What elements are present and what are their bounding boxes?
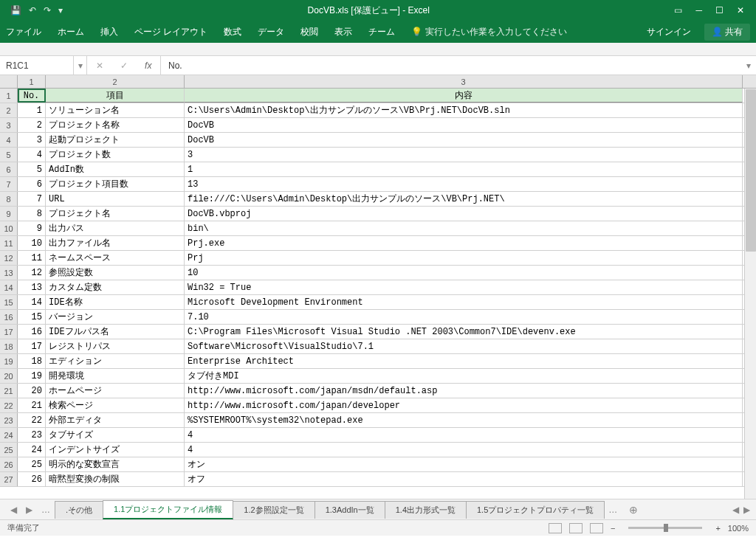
row-header[interactable]: 5 [0, 148, 18, 162]
cell-no[interactable]: 24 [18, 443, 46, 457]
cell-content[interactable]: DocVB.vbproj [185, 207, 743, 221]
row-header[interactable]: 16 [0, 310, 18, 324]
hscroll-right-icon[interactable]: ▶ [743, 505, 750, 515]
cell-content[interactable]: http://www.microsoft.com/japan/msdn/defa… [185, 384, 743, 398]
cell-item[interactable]: 暗黙型変換の制限 [46, 472, 185, 486]
cell-no[interactable]: 25 [18, 457, 46, 471]
cell-item[interactable]: バージョン [46, 310, 185, 324]
minimize-icon[interactable]: ─ [695, 5, 702, 15]
row-header[interactable]: 2 [0, 103, 18, 117]
tab-page-layout[interactable]: ページ レイアウト [134, 26, 207, 38]
tab-nav-prev-icon[interactable]: ◀ [6, 505, 21, 515]
row-header[interactable]: 6 [0, 162, 18, 176]
cell-item[interactable]: 出力ファイル名 [46, 236, 185, 250]
vertical-scrollbar[interactable] [744, 89, 756, 499]
cell-no[interactable]: 3 [18, 133, 46, 147]
cell-item[interactable]: カスタム定数 [46, 280, 185, 294]
cell-no[interactable]: 16 [18, 325, 46, 339]
cell-content[interactable]: C:\Program Files\Microsoft Visual Studio… [185, 325, 743, 339]
cell-no[interactable]: 1 [18, 103, 46, 117]
sheet-tab-properties[interactable]: 1.5プロジェクトプロパティ一覧 [466, 501, 605, 519]
row-header[interactable]: 25 [0, 443, 18, 457]
cell-no[interactable]: 12 [18, 266, 46, 280]
zoom-out-button[interactable]: − [611, 524, 615, 533]
cell-content[interactable]: 4 [185, 443, 743, 457]
page-layout-view-icon[interactable] [569, 523, 583, 533]
cell-content[interactable]: Prj.exe [185, 236, 743, 250]
ribbon-options-icon[interactable]: ▭ [674, 5, 682, 15]
cell-no[interactable]: 10 [18, 236, 46, 250]
cell-content[interactable]: C:\Users\Admin\Desktop\出力サンプルのソース\VB\Prj… [185, 103, 743, 117]
cell-content[interactable]: Microsoft Development Environment [185, 295, 743, 309]
cell-item[interactable]: IDEフルパス名 [46, 325, 185, 339]
cell-no[interactable]: 23 [18, 428, 46, 442]
cell-content[interactable]: Software\Microsoft\VisualStudio\7.1 [185, 339, 743, 353]
tab-data[interactable]: データ [258, 26, 284, 38]
cell-content[interactable]: http://www.microsoft.com/japan/developer [185, 398, 743, 412]
col-header-1[interactable]: 1 [18, 75, 46, 88]
cell-item[interactable]: URL [46, 192, 185, 206]
row-header[interactable]: 13 [0, 266, 18, 280]
col-header-2[interactable]: 2 [46, 75, 185, 88]
normal-view-icon[interactable] [549, 523, 562, 533]
page-break-view-icon[interactable] [590, 523, 603, 533]
row-header[interactable]: 23 [0, 413, 18, 427]
row-header[interactable]: 8 [0, 192, 18, 206]
select-all-corner[interactable] [0, 75, 18, 88]
cell-content[interactable]: DocVB [185, 133, 743, 147]
tab-nav-next-icon[interactable]: ▶ [21, 505, 37, 515]
cell-item[interactable]: プロジェクト名称 [46, 118, 185, 132]
cell-item[interactable]: ネームスペース [46, 251, 185, 265]
sheet-tab-references[interactable]: 1.2参照設定一覧 [233, 501, 315, 519]
tab-team[interactable]: チーム [368, 26, 395, 38]
cell-item[interactable]: 開発環境 [46, 369, 185, 383]
sheet-tab-project-file-info[interactable]: 1.1プロジェクトファイル情報 [103, 500, 233, 519]
close-icon[interactable]: ✕ [737, 5, 744, 15]
cell-content[interactable]: 3 [185, 148, 743, 162]
save-icon[interactable]: 💾 [10, 5, 21, 15]
row-header[interactable]: 15 [0, 295, 18, 309]
sign-in-link[interactable]: サインイン [647, 26, 691, 38]
tab-overflow-right-icon[interactable]: … [604, 505, 622, 515]
cell-no[interactable]: 19 [18, 369, 46, 383]
cell-content[interactable]: DocVB [185, 118, 743, 132]
row-header[interactable]: 7 [0, 177, 18, 191]
cell-item-header[interactable]: 項目 [46, 89, 185, 103]
cell-content[interactable]: 10 [185, 266, 743, 280]
cell-no[interactable]: 2 [18, 118, 46, 132]
formula-input[interactable]: No. [161, 60, 741, 71]
sheet-tab-addin[interactable]: 1.3AddIn一覧 [315, 501, 385, 519]
cell-content[interactable]: bin\ [185, 221, 743, 235]
zoom-in-button[interactable]: + [715, 524, 720, 533]
cell-item[interactable]: エディション [46, 354, 185, 368]
cell-no[interactable]: 15 [18, 310, 46, 324]
cell-no[interactable]: 13 [18, 280, 46, 294]
cell-no[interactable]: 9 [18, 221, 46, 235]
row-header[interactable]: 3 [0, 118, 18, 132]
cell-content[interactable]: 1 [185, 162, 743, 176]
undo-icon[interactable]: ↶ [29, 5, 36, 15]
cell-item[interactable]: 出力パス [46, 221, 185, 235]
add-sheet-button[interactable]: ⊕ [622, 504, 645, 516]
share-button[interactable]: 👤 共有 [704, 24, 750, 41]
row-header[interactable]: 22 [0, 398, 18, 412]
tab-overflow-icon[interactable]: … [37, 505, 55, 515]
cell-content[interactable]: file:///C:\Users\Admin\Desktop\出力サンプルのソー… [185, 192, 743, 206]
cell-item[interactable]: インデントサイズ [46, 443, 185, 457]
cell-content[interactable]: 4 [185, 428, 743, 442]
tab-formulas[interactable]: 数式 [224, 26, 241, 38]
tab-insert[interactable]: 挿入 [100, 26, 118, 38]
row-header[interactable]: 20 [0, 369, 18, 383]
cell-item[interactable]: AddIn数 [46, 162, 185, 176]
cell-content[interactable]: Prj [185, 251, 743, 265]
cell-no[interactable]: 18 [18, 354, 46, 368]
row-header[interactable]: 4 [0, 133, 18, 147]
cell-item[interactable]: レジストリパス [46, 339, 185, 353]
tab-home[interactable]: ホーム [58, 26, 84, 38]
cell-item[interactable]: IDE名称 [46, 295, 185, 309]
cell-item[interactable]: ホームページ [46, 384, 185, 398]
cell-item[interactable]: 明示的な変数宣言 [46, 457, 185, 471]
name-box-dropdown[interactable]: ▾ [74, 56, 87, 75]
cell-no[interactable]: 11 [18, 251, 46, 265]
cell-no[interactable]: 26 [18, 472, 46, 486]
